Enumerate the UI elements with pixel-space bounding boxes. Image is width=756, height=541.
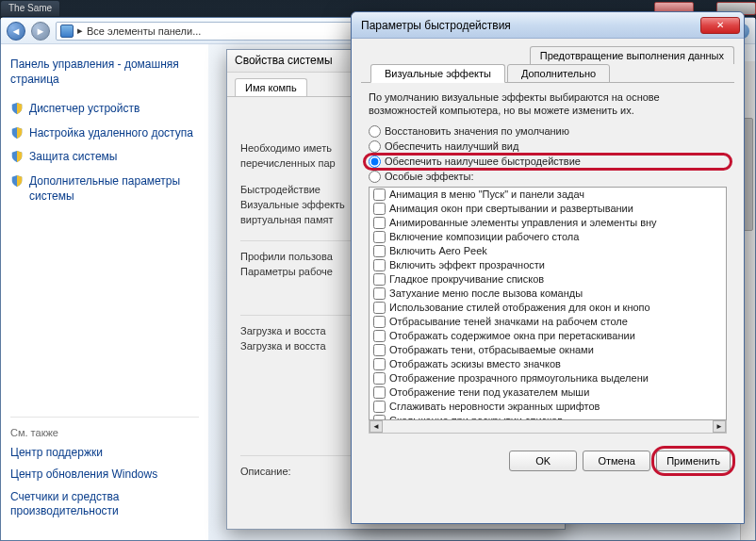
effect-item[interactable]: Гладкое прокручивание списков [370, 272, 726, 287]
effect-checkbox[interactable] [373, 259, 386, 271]
close-button[interactable]: ✕ [700, 17, 740, 34]
sidebar-item-device-manager[interactable]: Диспетчер устройств [10, 102, 199, 117]
effect-checkbox[interactable] [373, 217, 386, 229]
breadcrumb-text: Все элементы панели... [87, 25, 201, 37]
effect-item[interactable]: Включение композиции рабочего стола [370, 230, 726, 244]
effect-item[interactable]: Отбрасывание теней значками на рабочем с… [370, 315, 726, 329]
effect-label: Анимация окон при свертывании и разверты… [389, 203, 633, 214]
radio-input[interactable] [369, 156, 381, 168]
effect-item[interactable]: Отображать эскизы вместо значков [370, 357, 726, 371]
performance-options-dialog: Параметры быстродействия ✕ Предотвращени… [351, 11, 745, 524]
effect-checkbox[interactable] [373, 358, 386, 370]
effect-item[interactable]: Отображение прозрачного прямоугольника в… [370, 371, 726, 385]
effect-item[interactable]: Отображение тени под указателем мыши [370, 385, 726, 400]
horizontal-scrollbar[interactable]: ◄ ► [369, 420, 727, 434]
sidebar-link-action-center[interactable]: Центр поддержки [10, 446, 199, 461]
effect-item[interactable]: Включить Aero Peek [370, 244, 726, 258]
effect-checkbox[interactable] [373, 316, 386, 328]
radio-custom[interactable]: Особые эффекты: [369, 171, 727, 183]
tab-advanced[interactable]: Дополнительно [507, 64, 610, 83]
ok-button[interactable]: OK [509, 451, 577, 471]
effect-label: Анимированные элементы управления и элем… [389, 217, 657, 228]
effect-item[interactable]: Анимация в меню "Пуск" и панели задач [370, 188, 726, 202]
effect-checkbox[interactable] [373, 189, 386, 201]
effect-checkbox[interactable] [373, 231, 386, 243]
perf-description: По умолчанию визуальные эффекты выбирают… [369, 90, 727, 118]
sidebar-home-link[interactable]: Панель управления - домашняя страница [10, 57, 199, 87]
radio-input[interactable] [369, 171, 381, 183]
perf-outer-tabs: Предотвращение выполнения данных [352, 39, 744, 64]
shield-icon [10, 150, 24, 163]
visual-effects-list[interactable]: Анимация в меню "Пуск" и панели задачАни… [369, 187, 727, 420]
effect-label: Сглаживать неровности экранных шрифтов [389, 401, 600, 412]
effect-label: Использование стилей отображения для око… [389, 302, 650, 313]
effect-item[interactable]: Использование стилей отображения для око… [370, 301, 726, 315]
effect-label: Гладкое прокручивание списков [389, 273, 544, 285]
apply-button[interactable]: Применить [656, 451, 731, 471]
scroll-left-icon[interactable]: ◄ [370, 420, 383, 433]
nav-forward-button[interactable]: ► [31, 22, 50, 41]
sidebar-label: Настройка удаленного доступа [29, 126, 193, 141]
effect-checkbox[interactable] [373, 372, 386, 385]
effect-item[interactable]: Сглаживать неровности экранных шрифтов [370, 400, 726, 414]
effect-label: Включить Aero Peek [389, 245, 487, 256]
effect-label: Отображать тени, отбрасываемые окнами [389, 344, 594, 355]
tab-visual-effects[interactable]: Визуальные эффекты [370, 64, 505, 83]
effect-label: Отображение тени под указателем мыши [389, 386, 589, 398]
effect-item[interactable]: Анимация окон при свертывании и разверты… [370, 202, 726, 216]
effect-label: Затухание меню после вызова команды [389, 287, 583, 299]
effect-item[interactable]: Скольжение при раскрытии списков [370, 414, 726, 420]
nav-back-button[interactable]: ◄ [7, 22, 25, 41]
effect-checkbox[interactable] [373, 302, 386, 314]
effect-label: Включение композиции рабочего стола [389, 231, 579, 242]
effect-label: Включить эффект прозрачности [389, 259, 545, 270]
cancel-button[interactable]: Отмена [583, 451, 650, 471]
radio-restore-defaults[interactable]: Восстановить значения по умолчанию [369, 125, 727, 138]
radio-best-performance[interactable]: Обеспечить наилучшее быстродействие [369, 156, 727, 168]
radio-best-appearance[interactable]: Обеспечить наилучший вид [369, 140, 727, 153]
effect-item[interactable]: Анимированные элементы управления и элем… [370, 216, 726, 230]
effect-checkbox[interactable] [373, 386, 386, 399]
shield-icon [10, 126, 24, 139]
effect-item[interactable]: Отображать тени, отбрасываемые окнами [370, 343, 726, 357]
tab-dep[interactable]: Предотвращение выполнения данных [530, 46, 734, 64]
radio-input[interactable] [369, 125, 381, 138]
effect-label: Отображение прозрачного прямоугольника в… [389, 372, 649, 384]
effect-checkbox[interactable] [373, 287, 386, 300]
effect-label: Отбрасывание теней значками на рабочем с… [389, 316, 628, 327]
bg-tab: The Same [0, 0, 60, 17]
radio-label: Восстановить значения по умолчанию [385, 125, 569, 137]
effect-label: Отображать эскизы вместо значков [389, 358, 561, 369]
effect-checkbox[interactable] [373, 273, 386, 286]
effect-label: Анимация в меню "Пуск" и панели задач [389, 189, 584, 200]
effect-checkbox[interactable] [373, 203, 386, 215]
sidebar-item-system-protection[interactable]: Защита системы [10, 150, 199, 165]
sidebar-item-remote-settings[interactable]: Настройка удаленного доступа [10, 126, 199, 141]
radio-label: Обеспечить наилучшее быстродействие [385, 156, 581, 167]
radio-input[interactable] [369, 140, 381, 153]
radio-label: Особые эффекты: [385, 171, 473, 182]
effect-item[interactable]: Затухание меню после вызова команды [370, 287, 726, 301]
radio-label: Обеспечить наилучший вид [385, 140, 518, 152]
scroll-right-icon[interactable]: ► [713, 420, 726, 433]
sysprops-tab-computer-name[interactable]: Имя компь [235, 78, 307, 96]
see-also-label: См. также [10, 417, 199, 438]
effect-checkbox[interactable] [373, 245, 386, 257]
sidebar-link-windows-update[interactable]: Центр обновления Windows [10, 467, 199, 483]
sidebar-label: Дополнительные параметры системы [29, 174, 199, 204]
effect-item[interactable]: Включить эффект прозрачности [370, 258, 726, 272]
perf-titlebar: Параметры быстродействия ✕ [352, 12, 744, 39]
sidebar-label: Защита системы [29, 150, 117, 165]
control-panel-icon [60, 25, 74, 38]
effect-checkbox[interactable] [373, 401, 386, 413]
sidebar-link-perf-tools[interactable]: Счетчики и средства производительности [10, 490, 199, 519]
sidebar-item-advanced-system[interactable]: Дополнительные параметры системы [10, 174, 199, 204]
shield-icon [10, 102, 24, 115]
perf-title: Параметры быстродействия [361, 19, 700, 32]
effect-checkbox[interactable] [373, 330, 386, 342]
effect-item[interactable]: Отображать содержимое окна при перетаски… [370, 329, 726, 343]
effect-checkbox[interactable] [373, 344, 386, 356]
shield-icon [10, 174, 24, 188]
perf-tabs: Визуальные эффекты Дополнительно [361, 64, 734, 83]
control-panel-sidebar: Панель управления - домашняя страница Ди… [1, 44, 208, 540]
